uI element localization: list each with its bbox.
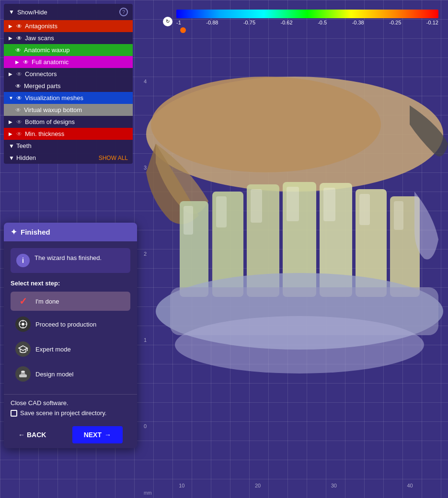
svg-point-18 [175, 316, 424, 374]
production-icon [15, 317, 31, 332]
finished-body: i The wizard has finished. Select next s… [4, 241, 137, 394]
sidebar-item-connectors[interactable]: ▶ 👁 Connectors [4, 68, 133, 80]
step-done[interactable]: ✓ I'm done [11, 292, 130, 311]
svg-point-1 [151, 77, 381, 172]
wizard-text: The wizard has finished. [34, 254, 102, 262]
expert-icon [15, 341, 31, 357]
eye-icon: 👁 [15, 83, 21, 90]
bottom-designs-label: Bottom of designs [25, 118, 75, 125]
eye-icon: 👁 [23, 59, 29, 66]
sidebar: ▼ Show/Hide ? ▶ 👁 Antagonists ▶ 👁 Jaw sc… [0, 0, 137, 168]
sidebar-item-virtual-waxup[interactable]: 👁 Virtual waxup bottom [4, 104, 133, 116]
back-button[interactable]: ← BACK [11, 427, 54, 442]
close-cad-text: Close CAD software. [11, 399, 130, 407]
svg-rect-15 [394, 201, 403, 230]
sidebar-item-min-thickness[interactable]: ▶ 👁 Min. thickness [4, 128, 133, 140]
next-label: NEXT [84, 431, 102, 439]
navigation-buttons: ← BACK NEXT → [4, 421, 129, 448]
eye-icon: 👁 [16, 95, 22, 102]
teeth-label: Teeth [16, 142, 32, 149]
svg-rect-13 [323, 188, 335, 221]
jaw-scans-label: Jaw scans [25, 34, 54, 42]
sidebar-item-bottom-designs[interactable]: ▶ 👁 Bottom of designs [4, 116, 133, 128]
viz-meshes-label: Visualization meshes [25, 94, 83, 102]
design-label: Design model [35, 371, 74, 378]
antagonists-label: Antagonists [25, 23, 57, 30]
colorbar-gradient [176, 10, 438, 18]
expand-arrow: ▶ [15, 59, 21, 65]
design-icon [15, 366, 31, 382]
eye-icon: 👁 [16, 35, 22, 42]
connectors-label: Connectors [25, 70, 57, 78]
back-arrow-icon: ← [18, 431, 25, 439]
finished-panel: ✦ Finished i The wizard has finished. Se… [4, 223, 137, 448]
full-anatomic-label: Full anatomic [32, 58, 69, 66]
hidden-label: Hidden [16, 154, 36, 161]
svg-rect-9 [184, 206, 193, 235]
sidebar-item-full-anatomic[interactable]: ▶ 👁 Full anatomic [4, 56, 133, 68]
colorbar-labels: -1 -0.88 -0.75 -0.62 -0.5 -0.38 -0.25 -0… [176, 20, 438, 25]
colorbar-needle [180, 27, 186, 33]
show-all-button[interactable]: SHOW ALL [99, 155, 128, 161]
step-expert[interactable]: Expert mode [11, 338, 130, 361]
svg-rect-10 [216, 196, 227, 227]
expand-arrow: ▶ [9, 71, 14, 77]
svg-rect-11 [251, 189, 262, 223]
sidebar-item-hidden[interactable]: ▼ Hidden SHOW ALL [4, 152, 133, 164]
ruler-unit-label: mm [144, 490, 152, 496]
done-label: I'm done [35, 298, 59, 305]
svg-rect-14 [359, 194, 370, 225]
expand-arrow: ▶ [9, 23, 14, 29]
svg-rect-12 [287, 187, 299, 221]
expert-label: Expert mode [35, 346, 71, 353]
eye-icon: 👁 [15, 107, 21, 113]
eye-icon: 👁 [16, 71, 22, 78]
sidebar-item-viz-meshes[interactable]: ▼ 👁 Visualization meshes [4, 92, 133, 104]
sidebar-item-jaw-scans[interactable]: ▶ 👁 Jaw scans [4, 32, 133, 44]
eye-icon: 👁 [16, 119, 22, 125]
anatomic-waxup-label: Anatomic waxup [24, 46, 69, 54]
save-scene-label: Save scene in project directory. [20, 409, 106, 417]
collapse-arrow: ▼ [9, 9, 14, 15]
show-hide-panel: ▼ Show/Hide ? ▶ 👁 Antagonists ▶ 👁 Jaw sc… [4, 4, 133, 164]
svg-rect-27 [19, 374, 27, 377]
next-arrow-icon: → [104, 431, 111, 439]
info-box: i The wizard has finished. [11, 248, 130, 273]
step-production[interactable]: Proceed to production [11, 313, 130, 336]
merged-parts-label: Merged parts [24, 82, 61, 90]
sidebar-item-teeth[interactable]: ▼ Teeth [4, 140, 133, 152]
save-scene-row: Save scene in project directory. [11, 409, 130, 417]
save-scene-checkbox[interactable] [11, 410, 17, 417]
step-design[interactable]: Design model [11, 362, 130, 385]
close-cad-section: Close CAD software. Save scene in projec… [4, 394, 137, 421]
select-next-label: Select next step: [11, 280, 130, 287]
3d-model [141, 48, 448, 469]
ruler-left: 4 3 2 1 0 [144, 38, 153, 469]
next-button[interactable]: NEXT → [72, 426, 123, 443]
eye-icon: 👁 [16, 23, 22, 30]
back-label: BACK [27, 431, 46, 439]
collapse-arrow-hidden: ▼ [9, 155, 14, 161]
eye-icon: 👁 [16, 131, 22, 137]
show-hide-label: Show/Hide [17, 9, 47, 16]
checkmark-icon: ✓ [15, 295, 31, 307]
production-label: Proceed to production [35, 321, 96, 328]
expand-arrow: ▶ [9, 35, 14, 41]
sidebar-item-antagonists[interactable]: ▶ 👁 Antagonists [4, 20, 133, 32]
help-icon[interactable]: ? [119, 8, 128, 16]
ruler-bottom: 10 20 30 40 [144, 483, 448, 488]
finished-header: ✦ Finished [4, 223, 137, 241]
collapse-arrow-teeth: ▼ [9, 143, 14, 149]
expand-arrow: ▼ [9, 95, 14, 101]
sidebar-item-merged-parts[interactable]: 👁 Merged parts [4, 80, 133, 92]
sidebar-item-anatomic-waxup[interactable]: 👁 Anatomic waxup [4, 44, 133, 56]
expand-arrow: ▶ [9, 119, 14, 125]
expand-arrow: ▶ [9, 131, 14, 137]
svg-point-28 [21, 371, 25, 373]
svg-point-20 [22, 323, 24, 326]
show-hide-header[interactable]: ▼ Show/Hide ? [4, 4, 133, 20]
min-thickness-label: Min. thickness [25, 130, 64, 137]
finished-icon: ✦ [11, 227, 17, 237]
virtual-waxup-label: Virtual waxup bottom [24, 106, 82, 113]
eye-icon: 👁 [15, 47, 21, 54]
